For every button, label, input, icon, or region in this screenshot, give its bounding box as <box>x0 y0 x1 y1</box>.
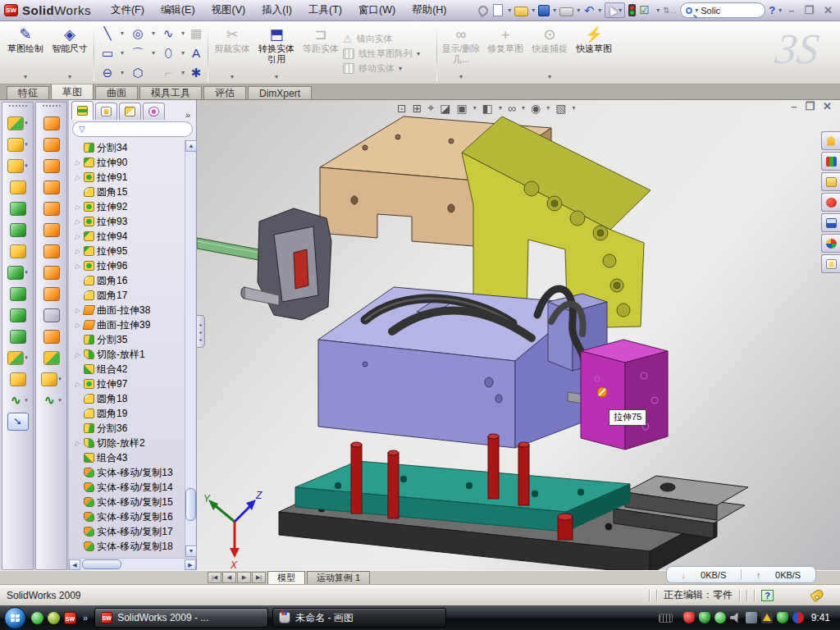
tree-item[interactable]: 圆角16 <box>74 273 196 288</box>
tree-item[interactable]: 圆角19 <box>74 406 196 421</box>
surface-curves-icon[interactable]: ∿ <box>41 394 57 408</box>
polygon-tool-icon[interactable]: ⬡ <box>126 63 150 83</box>
input-language-icon[interactable] <box>659 614 673 623</box>
tree-item[interactable]: ▷拉伸97 <box>74 377 196 391</box>
toolbar-grip[interactable] <box>9 105 27 108</box>
quick-snaps-button[interactable]: ⊙ 快速捕捉 ▾ <box>527 23 572 84</box>
menu-insert[interactable]: 插入(I) <box>262 3 292 17</box>
mirror-icon[interactable] <box>10 330 26 344</box>
model-tab[interactable]: 模型 <box>267 571 305 584</box>
print-icon[interactable] <box>559 7 573 16</box>
doc-close-button[interactable]: ✕ <box>823 100 832 112</box>
spline-tool-icon[interactable]: ∿ <box>157 24 180 43</box>
slot-tool-icon[interactable]: ⊖ <box>96 63 119 83</box>
options-icon[interactable]: ☑ <box>639 4 653 16</box>
tree-vertical-scrollbar[interactable]: ▲ ▼ <box>185 140 196 557</box>
tree-item[interactable]: 实体-移动/复制15 <box>74 495 196 509</box>
extrude-boss-icon[interactable] <box>7 116 24 130</box>
surface-reference-icon[interactable] <box>41 372 57 386</box>
prev-tab-button[interactable]: ◀ <box>222 572 236 583</box>
tab-evaluate[interactable]: 评估 <box>203 86 246 99</box>
first-tab-button[interactable]: |◀ <box>208 572 221 583</box>
tab-mold-tools[interactable]: 模具工具 <box>139 86 202 99</box>
zoom-to-selection-icon[interactable]: ⌖ <box>427 101 434 115</box>
tree-item[interactable]: ▷拉伸93 <box>74 214 196 229</box>
repair-sketch-button[interactable]: ＋ 修复草图 <box>483 23 527 84</box>
linear-pattern-icon[interactable] <box>7 266 24 280</box>
resources-home-button[interactable] <box>821 131 840 150</box>
trim-entities-button[interactable]: ✂ 剪裁实体 ▾ <box>210 23 254 84</box>
taskbar-button-solidworks[interactable]: SW SolidWorks 2009 - ... <box>94 608 268 628</box>
expand-arrow-icon[interactable]: ▷ <box>74 203 81 211</box>
circle-tool-icon[interactable]: ◎ <box>126 24 150 43</box>
tree-item[interactable]: 圆角18 <box>74 391 196 406</box>
search-pane-button[interactable] <box>821 193 840 212</box>
start-button[interactable] <box>2 605 27 630</box>
swept-surface-icon[interactable] <box>43 159 60 173</box>
replace-face-icon[interactable] <box>43 330 60 344</box>
revolved-surface-icon[interactable] <box>43 138 60 152</box>
tree-item[interactable]: 组合43 <box>74 450 196 465</box>
tray-volume-icon[interactable] <box>730 612 742 623</box>
doc-restore-button[interactable]: ❐ <box>805 100 815 112</box>
quicklaunch-media-icon[interactable] <box>48 612 60 624</box>
edit-appearance-icon[interactable]: ▧ <box>555 102 566 115</box>
scrollbar-thumb[interactable] <box>82 559 121 569</box>
tree-item[interactable]: 实体-移动/复制16 <box>74 509 196 524</box>
smart-dimension-button[interactable]: ◈ 智能尺寸 ▾ <box>48 23 92 84</box>
tab-propertymanager[interactable] <box>95 103 117 120</box>
tree-item[interactable]: 实体-移动/复制17 <box>74 524 196 539</box>
tree-item[interactable]: 组合42 <box>74 362 196 377</box>
quicklaunch-solidworks-icon[interactable]: SW <box>64 612 76 624</box>
expand-arrow-icon[interactable]: ▷ <box>74 381 81 388</box>
help-button[interactable]: ? <box>769 4 775 16</box>
section-view-icon[interactable]: ◪ <box>440 102 450 115</box>
rectangle-tool-icon[interactable]: ▭ <box>96 43 119 63</box>
tab-configurationmanager[interactable] <box>119 103 141 120</box>
tree-item[interactable]: ▷拉伸95 <box>74 244 196 258</box>
taskbar-clock[interactable]: 9:41 <box>811 612 830 623</box>
overflow-icon[interactable]: ⇅.. <box>663 6 677 15</box>
tray-defender-icon[interactable] <box>777 612 788 623</box>
expand-arrow-icon[interactable]: ▷ <box>74 307 81 314</box>
minimize-button[interactable]: – <box>785 4 797 16</box>
tree-item[interactable]: ▷拉伸96 <box>74 258 196 273</box>
tree-item[interactable]: 圆角15 <box>74 185 196 199</box>
tree-item[interactable]: ▷切除-放样2 <box>74 436 196 450</box>
instant3d-button[interactable]: ➘ <box>7 413 29 431</box>
design-library-button[interactable] <box>821 152 840 171</box>
selection-box-icon[interactable]: ▦ <box>186 24 206 43</box>
next-tab-button[interactable]: ▶ <box>237 572 251 583</box>
rebuild-icon[interactable] <box>628 4 636 16</box>
scroll-up-arrow[interactable]: ▲ <box>185 140 197 152</box>
tab-dimxpert[interactable]: DimXpert <box>248 86 312 99</box>
display-delete-relations-button[interactable]: ∞ 显示/删除几... ▾ <box>439 23 483 84</box>
tray-antivirus-icon[interactable] <box>699 612 710 623</box>
tree-item[interactable]: ▷切除-放样1 <box>74 347 196 362</box>
more-tabs-chevron[interactable]: » <box>182 110 194 120</box>
tray-network-icon[interactable] <box>746 612 757 623</box>
undo-icon[interactable]: ↶ <box>583 4 595 16</box>
expand-arrow-icon[interactable]: ▷ <box>74 174 81 181</box>
quick-tips-icon[interactable]: ? <box>761 590 774 601</box>
tree-item[interactable]: ▷拉伸94 <box>74 229 196 244</box>
zoom-fit-icon[interactable]: ⊡ <box>397 102 407 115</box>
tree-item[interactable]: ▷拉伸91 <box>74 170 196 185</box>
swept-boss-icon[interactable] <box>10 180 26 194</box>
rib-icon[interactable] <box>10 287 26 301</box>
mirror-entities-button[interactable]: ⚠镜向实体 <box>343 33 435 45</box>
view-palette-button[interactable] <box>821 213 840 232</box>
motion-study-tab[interactable]: 运动算例 1 <box>307 571 370 584</box>
tab-featuremanager[interactable] <box>71 101 94 120</box>
hide-show-items-icon[interactable]: ∞ <box>508 102 516 115</box>
tray-sync-icon[interactable] <box>792 612 804 623</box>
tray-security-alert-icon[interactable] <box>683 612 695 623</box>
expand-arrow-icon[interactable]: ▷ <box>74 322 81 329</box>
custom-properties-button[interactable] <box>821 254 840 273</box>
tab-dimxpertmanager[interactable] <box>143 103 165 120</box>
display-style-icon[interactable]: ◧ <box>482 102 493 115</box>
doc-minimize-button[interactable]: – <box>791 100 797 112</box>
offset-entities-button[interactable]: ⊐ 等距实体 <box>299 23 343 84</box>
expand-arrow-icon[interactable]: ▷ <box>74 248 81 255</box>
ellipse-tool-icon[interactable]: ⬯ <box>157 43 180 63</box>
